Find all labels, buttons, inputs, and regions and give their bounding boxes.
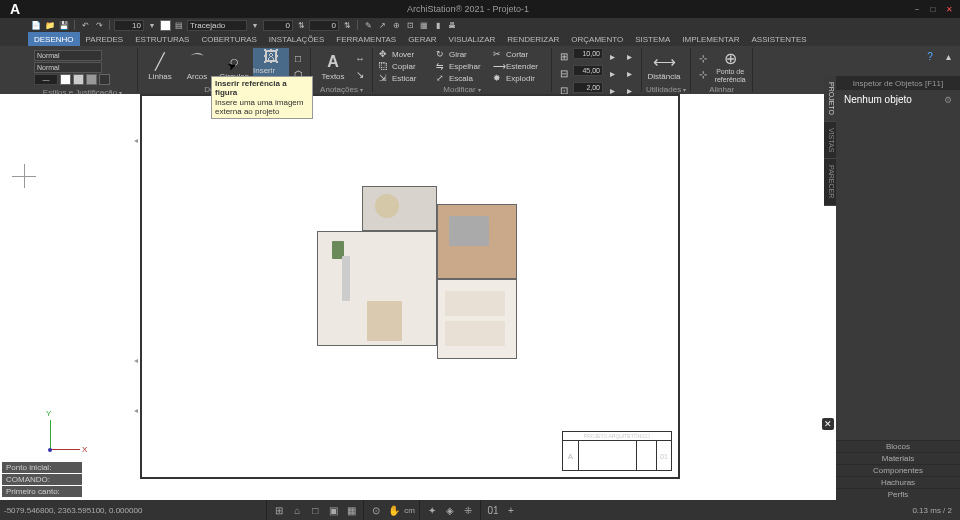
- cortar-tool[interactable]: ✂Cortar: [491, 48, 547, 60]
- tool-icon[interactable]: ✎: [362, 19, 374, 31]
- snap-btn[interactable]: ✋: [386, 502, 402, 518]
- style-width[interactable]: [34, 74, 58, 85]
- linhas-tool[interactable]: ╱Linhas: [142, 48, 178, 84]
- escala-tool[interactable]: ⤢Escala: [434, 72, 490, 84]
- menu-estruturas[interactable]: ESTRUTURAS: [129, 32, 195, 46]
- mode-btn[interactable]: ✦: [424, 502, 440, 518]
- swatch-3[interactable]: [86, 74, 97, 85]
- save-icon[interactable]: 💾: [58, 19, 70, 31]
- menu-visualizar[interactable]: VISUALIZAR: [443, 32, 502, 46]
- menu-gerar[interactable]: GERAR: [402, 32, 442, 46]
- mode-btn[interactable]: ⁜: [460, 502, 476, 518]
- swatch-1[interactable]: [60, 74, 71, 85]
- align-icon[interactable]: ⊹: [695, 66, 711, 82]
- estender-tool[interactable]: ⟶Estender: [491, 60, 547, 72]
- menu-paredes[interactable]: PAREDES: [80, 32, 130, 46]
- undo-icon[interactable]: ↶: [79, 19, 91, 31]
- menu-ferramentas[interactable]: FERRAMENTAS: [330, 32, 402, 46]
- view-btn[interactable]: ▣: [325, 502, 341, 518]
- tab-vistas[interactable]: VISTAS: [824, 122, 836, 159]
- menu-desenho[interactable]: DESENHO: [28, 32, 80, 46]
- view-btn[interactable]: □: [307, 502, 323, 518]
- tool-icon[interactable]: ⊡: [404, 19, 416, 31]
- menu-instalacoes[interactable]: INSTALAÇÕES: [263, 32, 330, 46]
- dropdown-icon[interactable]: ▾: [249, 19, 261, 31]
- spinner-icon[interactable]: ⇅: [341, 19, 353, 31]
- maximize-button[interactable]: □: [926, 3, 940, 15]
- tool-icon[interactable]: ↗: [376, 19, 388, 31]
- offset-icon[interactable]: ⊟: [556, 65, 572, 81]
- tab-parecer[interactable]: PARECER: [824, 159, 836, 205]
- mover-tool[interactable]: ✥Mover: [377, 48, 433, 60]
- offset-btn[interactable]: ▸: [621, 48, 637, 64]
- copiar-tool[interactable]: ⿻Copiar: [377, 60, 433, 72]
- zoom-input[interactable]: [114, 20, 144, 31]
- view-btn[interactable]: ▦: [343, 502, 359, 518]
- ponto-ref-tool[interactable]: ⊕Ponto de referência: [712, 48, 748, 84]
- section-blocos[interactable]: Blocos: [836, 440, 960, 452]
- close-button[interactable]: ✕: [942, 3, 956, 15]
- dropdown-icon[interactable]: ▾: [146, 19, 158, 31]
- menu-sistema[interactable]: SISTEMA: [629, 32, 676, 46]
- swatch-4[interactable]: [99, 74, 110, 85]
- explodir-tool[interactable]: ✸Explodir: [491, 72, 547, 84]
- close-panel-icon[interactable]: ✕: [822, 418, 834, 430]
- layer-btn[interactable]: 01: [485, 502, 501, 518]
- textos-tool[interactable]: ATextos: [315, 48, 351, 84]
- offset-btn[interactable]: ▸: [604, 65, 620, 81]
- section-componentes[interactable]: Componentes: [836, 464, 960, 476]
- swatch-2[interactable]: [73, 74, 84, 85]
- collapse-ribbon-icon[interactable]: ▴: [940, 48, 956, 64]
- tab-projeto[interactable]: PROJETO: [824, 76, 836, 122]
- redo-icon[interactable]: ↷: [93, 19, 105, 31]
- style-dropdown-2[interactable]: Normal: [34, 62, 102, 73]
- girar-tool[interactable]: ↻Girar: [434, 48, 490, 60]
- open-icon[interactable]: 📁: [44, 19, 56, 31]
- linetype-input[interactable]: [187, 20, 247, 31]
- color-swatch[interactable]: [160, 20, 171, 31]
- snap-btn[interactable]: ⊙: [368, 502, 384, 518]
- print-icon[interactable]: 🖶: [446, 19, 458, 31]
- statusbar: -5079.546800, 2363.595100, 0.000000 ⊞ ⌂ …: [0, 500, 960, 520]
- offset-icon[interactable]: ⊞: [556, 48, 572, 64]
- minimize-button[interactable]: −: [910, 3, 924, 15]
- offset-2[interactable]: [573, 65, 603, 76]
- drawing-area[interactable]: ◂ ◂ ◂ PROJETO ARQUITETÔNICO A: [0, 94, 836, 500]
- section-materiais[interactable]: Materiais: [836, 452, 960, 464]
- arcos-tool[interactable]: ⌒Arcos: [179, 48, 215, 84]
- offset-1[interactable]: [573, 48, 603, 59]
- section-perfis[interactable]: Perfis: [836, 488, 960, 500]
- align-icon[interactable]: ⊹: [695, 50, 711, 66]
- new-icon[interactable]: 📄: [30, 19, 42, 31]
- espelhar-tool[interactable]: ⇋Espelhar: [434, 60, 490, 72]
- esticar-tool[interactable]: ⇲Esticar: [377, 72, 433, 84]
- mode-btn[interactable]: ◈: [442, 502, 458, 518]
- menu-implementar[interactable]: IMPLEMENTAR: [676, 32, 745, 46]
- menu-assistentes[interactable]: ASSISTENTES: [745, 32, 812, 46]
- menu-coberturas[interactable]: COBERTURAS: [195, 32, 262, 46]
- section-hachuras[interactable]: Hachuras: [836, 476, 960, 488]
- menu-orcamento[interactable]: ORÇAMENTO: [565, 32, 629, 46]
- view-btn[interactable]: ⌂: [289, 502, 305, 518]
- layer-icon[interactable]: ▤: [173, 19, 185, 31]
- tool-icon[interactable]: ⊕: [390, 19, 402, 31]
- help-icon[interactable]: ?: [922, 48, 938, 64]
- offset-btn[interactable]: ▸: [621, 65, 637, 81]
- offset-3[interactable]: [573, 82, 603, 93]
- spinner-icon[interactable]: ⇅: [295, 19, 307, 31]
- rect-icon[interactable]: □: [290, 50, 306, 66]
- unit-label: cm: [404, 506, 415, 515]
- add-btn[interactable]: +: [503, 502, 519, 518]
- dim-icon[interactable]: ↔: [352, 50, 368, 66]
- leader-icon[interactable]: ↘: [352, 66, 368, 82]
- menu-renderizar[interactable]: RENDERIZAR: [501, 32, 565, 46]
- num-input-2[interactable]: [309, 20, 339, 31]
- tool-icon[interactable]: ▦: [418, 19, 430, 31]
- tool-icon[interactable]: ▮: [432, 19, 444, 31]
- offset-btn[interactable]: ▸: [604, 48, 620, 64]
- view-btn[interactable]: ⊞: [271, 502, 287, 518]
- distancia-tool[interactable]: ⟷Distância: [646, 48, 682, 84]
- gear-icon[interactable]: ⚙: [944, 95, 952, 105]
- num-input-1[interactable]: [263, 20, 293, 31]
- style-dropdown-1[interactable]: Normal: [34, 50, 102, 61]
